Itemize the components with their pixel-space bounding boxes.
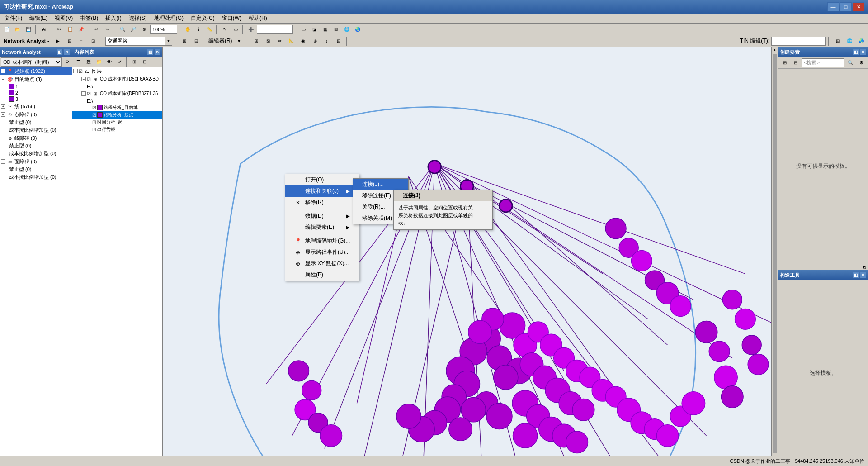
select-tool-3[interactable]: ▦: [320, 24, 330, 34]
tree-line-barrier[interactable]: − ⊖ 线障碍 (0): [0, 134, 72, 142]
print-button[interactable]: 🖨: [39, 24, 49, 34]
od2-checkbox[interactable]: ☑: [87, 91, 91, 96]
ct-by-visibility[interactable]: 👁: [104, 57, 114, 67]
na-tool-5[interactable]: ⊞: [179, 36, 189, 46]
tree-origins[interactable]: − 📍 起始点 (1922): [0, 67, 72, 75]
tree-lines[interactable]: + 〰 线 (5766): [0, 102, 72, 110]
edit-tool-5[interactable]: ◉: [298, 36, 308, 46]
select-tool-1[interactable]: ▭: [298, 24, 308, 34]
tree-fb-cost[interactable]: 成本按比例增加型 (0): [0, 173, 72, 181]
ct-collapse-all[interactable]: ⊟: [140, 57, 150, 67]
tree-face-barrier[interactable]: − ▭ 面障碍 (0): [0, 157, 72, 166]
tree-pb-forbidden[interactable]: 禁止型 (0): [0, 119, 72, 126]
copy-button[interactable]: 📋: [65, 24, 75, 34]
plus-icon[interactable]: ➕: [246, 24, 256, 34]
ctx-edit[interactable]: 编辑要素(E) ▶: [285, 222, 359, 233]
tree-od2[interactable]: − ☑ ⊞ OD 成本矩阵:{DEDB3271-36: [72, 90, 162, 98]
edit-tool-1[interactable]: ⊞: [251, 36, 261, 46]
tree-od1-path[interactable]: E:\: [72, 83, 162, 90]
select-tool-5[interactable]: 🌐: [342, 24, 352, 34]
undo-button[interactable]: ↩: [91, 24, 101, 34]
na-settings-btn[interactable]: ⚙: [63, 57, 71, 67]
ct-list-view[interactable]: ☰: [73, 57, 83, 67]
tin-tool-3[interactable]: 🌏: [856, 36, 866, 46]
na-tool-4[interactable]: ⊡: [88, 36, 98, 46]
expand-layers[interactable]: −: [73, 69, 78, 73]
tree-dest3[interactable]: 3: [0, 96, 72, 102]
na-panel-float[interactable]: ◧: [57, 49, 63, 55]
na-network-input[interactable]: [106, 37, 165, 45]
ctx-open[interactable]: 打开(O): [285, 174, 359, 185]
sub-join[interactable]: 连接(J)...: [353, 179, 408, 190]
tree-potential[interactable]: ☑ 出行势能: [72, 126, 162, 133]
paste-button[interactable]: 📌: [76, 24, 86, 34]
tree-od2-path[interactable]: E:\: [72, 98, 162, 104]
cf-tool-2[interactable]: ⊟: [791, 58, 801, 68]
save-button[interactable]: 💾: [24, 24, 33, 34]
rd-checkbox[interactable]: ☑: [92, 105, 96, 110]
tree-route-dest[interactable]: ☑ 路程分析_目的地: [72, 104, 162, 111]
od1-checkbox[interactable]: ☑: [87, 77, 91, 82]
maximize-button[interactable]: □: [840, 2, 852, 11]
to-checkbox[interactable]: ☑: [92, 120, 96, 125]
pot-checkbox[interactable]: ☑: [92, 127, 96, 132]
tree-dest2[interactable]: 2: [0, 90, 72, 96]
search-box[interactable]: [257, 25, 293, 34]
ct-by-selection[interactable]: ✔: [115, 57, 125, 67]
tree-od1[interactable]: − ☑ ⊞ OD 成本矩阵:{D50F6AA2-BD: [72, 75, 162, 83]
cut-button[interactable]: ✂: [54, 24, 64, 34]
zoom-input[interactable]: [150, 25, 177, 34]
expand-pb[interactable]: −: [1, 112, 5, 117]
na-type-select[interactable]: OD 成本矩阵（时间）: [1, 57, 62, 67]
na-tool-6[interactable]: ⊟: [191, 36, 201, 46]
select-tool-6[interactable]: 🌏: [353, 24, 363, 34]
scroll-thumb-v[interactable]: [773, 54, 777, 453]
measure-button[interactable]: 📏: [204, 24, 214, 34]
na-tool-3[interactable]: ≡: [76, 36, 86, 46]
tree-route-origin[interactable]: ☑ 路程分析_起点: [72, 111, 162, 119]
menu-file[interactable]: 文件(F): [2, 14, 25, 23]
new-button[interactable]: 📄: [2, 24, 12, 34]
minimize-button[interactable]: —: [827, 2, 839, 11]
tree-dest1[interactable]: 1: [0, 83, 72, 90]
expand-od2[interactable]: −: [81, 91, 86, 96]
select-features-button[interactable]: ▭: [231, 24, 241, 34]
menu-geoprocessing[interactable]: 地理处理(G): [151, 14, 186, 23]
cf-divider[interactable]: ◩: [778, 264, 868, 270]
cf-close-btn[interactable]: ✕: [860, 49, 866, 55]
select-elements-button[interactable]: ↖: [220, 24, 230, 34]
edit-tool-2[interactable]: ⊠: [263, 36, 273, 46]
tin-tool-1[interactable]: ⊞: [833, 36, 843, 46]
tin-tool-2[interactable]: 🌐: [844, 36, 854, 46]
edit-tool-3[interactable]: ✏: [275, 36, 285, 46]
identify-button[interactable]: ℹ: [193, 24, 203, 34]
cf-tool-1[interactable]: ⊞: [780, 58, 790, 68]
editor-dropdown[interactable]: ▼: [234, 36, 244, 46]
na-panel-close[interactable]: ✕: [64, 49, 70, 55]
cf-search-box[interactable]: <搜索>: [802, 58, 844, 67]
tree-time-origin[interactable]: ☑ 时间分析_起: [72, 119, 162, 126]
tree-destinations[interactable]: − 🎯 目的地点 (3): [0, 75, 72, 83]
ro-checkbox[interactable]: ☑: [92, 113, 96, 118]
edit-tool-8[interactable]: ⊞: [334, 36, 344, 46]
select-tool-2[interactable]: ◪: [309, 24, 319, 34]
ct-float-btn[interactable]: ◧: [853, 272, 859, 278]
na-tool-1[interactable]: ▶: [53, 36, 63, 46]
expand-lines[interactable]: +: [1, 104, 5, 109]
menu-window[interactable]: 窗口(W): [219, 14, 244, 23]
menu-bookmark[interactable]: 书签(B): [77, 14, 101, 23]
ctx-route-events[interactable]: ⊕ 显示路径事件(U)...: [285, 247, 359, 258]
zoom-out-button[interactable]: 🔎: [128, 24, 138, 34]
close-button[interactable]: ✕: [853, 2, 864, 11]
ctx-properties[interactable]: 属性(P)...: [285, 269, 359, 281]
menu-view[interactable]: 视图(V): [52, 14, 75, 23]
expand-dest[interactable]: −: [1, 77, 5, 81]
layers-checkbox[interactable]: ☑: [79, 69, 83, 74]
expand-od1[interactable]: −: [81, 77, 86, 81]
cf-float-btn[interactable]: ◧: [853, 49, 859, 55]
menu-insert[interactable]: 插入(I): [103, 14, 124, 23]
ctx-remove[interactable]: ✕ 移除(R): [285, 197, 359, 208]
ctx-join[interactable]: 连接和关联(J) ▶: [285, 185, 359, 197]
edit-tool-6[interactable]: ⊕: [310, 36, 320, 46]
ct-close-btn[interactable]: ✕: [860, 272, 866, 278]
